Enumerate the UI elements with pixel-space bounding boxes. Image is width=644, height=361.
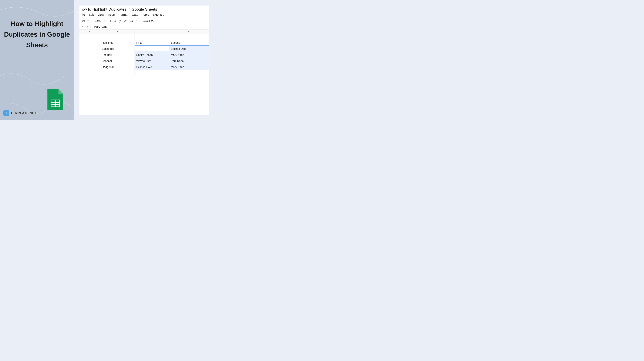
table-row: Basketbal Mary Kane Belinda Dale [80,46,209,52]
cell[interactable]: Paul Dane [169,58,209,64]
cell[interactable] [169,34,209,40]
format-number-button[interactable]: 123 [128,19,134,22]
cell[interactable]: Baseball [100,58,135,64]
cell[interactable] [80,64,100,70]
page-title: How to Highlight Duplicates in Google Sh… [4,18,70,50]
cell[interactable] [80,58,100,64]
increase-decimal-icon[interactable]: .00→ [122,19,128,22]
menu-edit[interactable]: Edit [88,13,94,16]
toolbar-separator [140,19,140,22]
cell[interactable]: First [135,40,169,46]
formula-input[interactable]: Mary Kane [92,25,107,28]
cell[interactable]: Belinda Dale [169,46,209,52]
sheets-window: ow to Highlight Duplicates in Google She… [80,5,209,115]
name-box-dropdown[interactable]: ▼ [82,26,84,28]
cell[interactable] [80,40,100,46]
table-row: Baseball Wayne Burt Paul Dane [80,58,209,64]
cell[interactable] [80,46,100,52]
cell[interactable]: Basketbal [100,46,135,52]
decrease-decimal-icon[interactable]: .0← [118,19,122,22]
menu-bar: ile Edit View Insert Format Data Tools E… [80,12,209,18]
cell[interactable]: Football [100,52,135,58]
brand-badge: T [3,110,9,116]
cell[interactable]: Dodgeball [100,64,135,70]
column-header-c[interactable]: C [135,30,169,34]
right-panel: ow to Highlight Duplicates in Google She… [74,0,215,120]
cell[interactable] [169,70,209,76]
menu-format[interactable]: Format [119,13,128,16]
menu-insert[interactable]: Insert [108,13,115,16]
left-panel: How to Highlight Duplicates in Google Sh… [0,0,74,120]
font-selector[interactable]: Default (A [142,19,154,22]
paint-format-icon[interactable] [86,19,90,22]
cell[interactable]: Wayne Burt [135,58,169,64]
cell[interactable]: Second [169,40,209,46]
fx-label: fx [86,25,91,28]
table-row: Dodgeball Belinda Dale Mary Kane [80,64,209,70]
cell[interactable]: Shelly Ronan [135,52,169,58]
cell[interactable]: Mary Kane [169,64,209,70]
print-icon[interactable] [82,19,85,22]
cell[interactable]: Belinda Dale [135,64,169,70]
cell[interactable] [80,52,100,58]
menu-tools[interactable]: Tools [142,13,149,16]
column-header-a[interactable]: A [80,30,100,34]
table-row: Rankings First Second [80,40,209,46]
toolbar: 100% ▼ $ % .0← .00→ 123 ▼ Default (A [80,18,209,24]
cell[interactable]: Mary Kane [169,52,209,58]
cell[interactable] [100,70,135,76]
menu-extensions[interactable]: Extensio [152,13,164,16]
column-header-d[interactable]: D [169,30,209,34]
column-header-b[interactable]: B [100,30,135,34]
cell[interactable] [100,34,135,40]
table-row [80,70,209,76]
currency-button[interactable]: $ [109,19,112,22]
table-row [80,34,209,40]
cell[interactable] [80,70,100,76]
table-row: Football Shelly Ronan Mary Kane [80,52,209,58]
google-sheets-icon [46,87,64,111]
chevron-down-icon[interactable]: ▼ [136,20,138,22]
spreadsheet-grid[interactable]: A B C D Rankings First Second Basketbal [80,30,209,76]
cell[interactable]: Rankings [100,40,135,46]
cell[interactable] [135,34,169,40]
document-title[interactable]: ow to Highlight Duplicates in Google She… [80,5,209,12]
formula-bar: ▼ fx Mary Kane [80,24,209,30]
percent-button[interactable]: % [113,19,117,22]
brand-logo: T TEMPLATE.NET [3,110,36,116]
toolbar-separator [92,19,92,22]
zoom-level[interactable]: 100% [94,19,102,22]
cell[interactable] [135,70,169,76]
menu-data[interactable]: Data [132,13,138,16]
menu-file[interactable]: ile [82,13,85,16]
brand-text: TEMPLATE.NET [10,111,36,115]
column-headers: A B C D [80,30,209,34]
menu-view[interactable]: View [98,13,104,16]
cell[interactable]: Mary Kane [135,46,169,52]
chevron-down-icon[interactable]: ▼ [103,20,105,22]
cell[interactable] [80,34,100,40]
